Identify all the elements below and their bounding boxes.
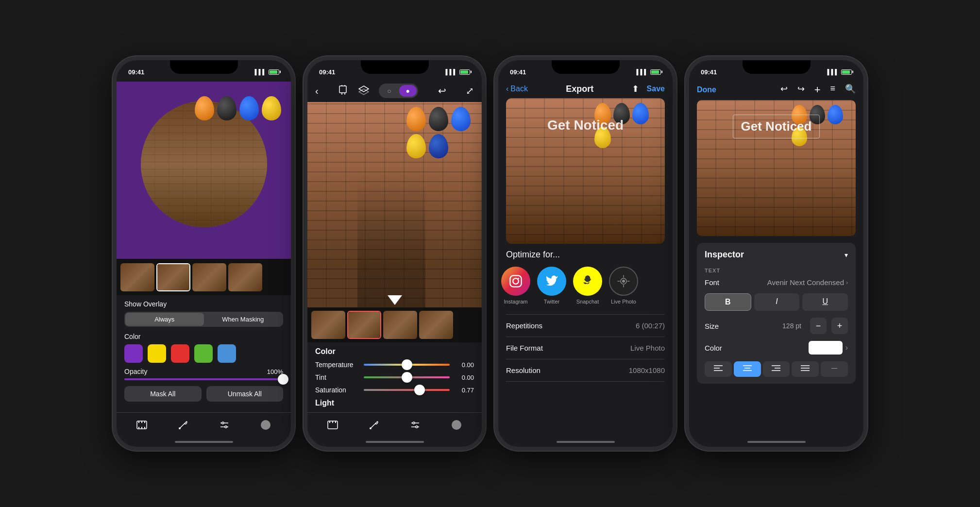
home-line-3 (557, 441, 615, 443)
balloon2-yellow (406, 134, 426, 158)
align-right-btn[interactable] (763, 361, 790, 377)
size-increase-btn[interactable]: + (831, 318, 848, 334)
platform-snapchat[interactable]: Snapchat (573, 267, 602, 304)
film-thumb-4[interactable] (228, 263, 262, 291)
swatch-yellow[interactable] (148, 344, 166, 363)
toggle-off-2[interactable]: ○ (380, 85, 398, 97)
home-line-4 (747, 441, 806, 443)
film-thumb-2-active[interactable] (156, 263, 190, 291)
file-format-key: File Format (506, 344, 543, 352)
font-chevron: › (846, 279, 848, 286)
undo-icon-4[interactable]: ↩ (780, 84, 788, 96)
opacity-slider[interactable] (124, 378, 283, 380)
align-justify-btn[interactable] (792, 361, 819, 377)
align-center-btn[interactable] (734, 361, 761, 377)
when-masking-btn[interactable]: When Masking (204, 313, 283, 326)
battery-icon-4 (841, 69, 852, 75)
top-bar-icons-2: ○ ● (338, 84, 418, 98)
layers-icon-2[interactable] (358, 84, 369, 98)
film-thumb-3[interactable] (192, 263, 226, 291)
saturation-slider[interactable] (364, 389, 450, 391)
platform-twitter[interactable]: Twitter (537, 267, 566, 304)
add-icon-4[interactable]: + (814, 84, 821, 96)
search-icon-4[interactable]: 🔍 (845, 84, 856, 96)
align-left-btn[interactable] (705, 361, 732, 377)
file-format-row: File Format Live Photo (506, 337, 665, 359)
svg-rect-3 (144, 421, 145, 423)
saturation-row: Saturation 0.77 (315, 386, 474, 394)
mask-all-btn[interactable]: Mask All (124, 386, 202, 402)
film-icon-2[interactable] (325, 418, 340, 432)
balloon-blue (239, 96, 259, 120)
svg-point-11 (225, 426, 227, 428)
save-btn-3[interactable]: Save (647, 84, 665, 93)
tint-slider[interactable] (364, 376, 450, 378)
film-thumb-1[interactable] (120, 263, 154, 291)
status-time-1: 09:41 (128, 68, 144, 76)
unmask-all-btn[interactable]: Unmask All (206, 386, 284, 402)
swatch-blue[interactable] (218, 344, 236, 363)
temperature-thumb[interactable] (402, 359, 412, 370)
redo-icon-4[interactable]: ↪ (797, 84, 805, 96)
repetitions-val: 6 (00:27) (636, 321, 665, 330)
status-icons-4: ▌▌▌ (828, 69, 852, 75)
phone2-filmstrip (307, 307, 482, 342)
swatch-green[interactable] (194, 344, 213, 363)
phone1-controls: Show Overlay Always When Masking Color (117, 295, 291, 412)
list-icon-4[interactable]: ≡ (830, 84, 835, 96)
film-thumb-p2-1[interactable] (311, 311, 345, 339)
home-indicator-2 (307, 437, 482, 447)
inspector-chevron[interactable]: ▾ (845, 251, 848, 259)
font-value[interactable]: Avenir Next Condensed › (767, 278, 848, 287)
align-more-btn[interactable]: — (821, 361, 848, 377)
color-section-1: Color (124, 333, 283, 363)
resolution-val: 1080x1080 (629, 366, 665, 374)
brush-icon-1[interactable] (176, 418, 190, 432)
tint-thumb[interactable] (402, 372, 412, 383)
brush-icon-2[interactable] (367, 418, 381, 432)
phone3-nav: ‹ Back Export ⬆ Save (498, 82, 673, 98)
temperature-slider[interactable] (364, 364, 450, 366)
film-thumb-p2-2-active[interactable] (347, 311, 381, 339)
underline-btn[interactable]: U (802, 293, 848, 311)
size-label: Size (705, 322, 719, 330)
color-preview[interactable] (809, 341, 843, 355)
saturation-thumb[interactable] (414, 385, 425, 395)
svg-point-24 (416, 426, 418, 428)
circle-icon-1[interactable] (258, 418, 273, 432)
platform-livephoto[interactable]: Live Photo (609, 267, 638, 304)
balloon2-black (429, 107, 448, 131)
opacity-slider-thumb[interactable] (278, 374, 288, 385)
text-box-4[interactable]: Get Noticed (733, 115, 820, 138)
export-title: Export (566, 84, 593, 94)
crop-icon-2[interactable] (338, 84, 349, 98)
twitter-label: Twitter (544, 299, 559, 304)
bold-btn[interactable]: B (705, 293, 751, 311)
always-btn[interactable]: Always (125, 313, 204, 326)
size-value: 128 pt (782, 322, 801, 330)
done-btn-4[interactable]: Done (697, 85, 716, 94)
back-btn-3[interactable]: ‹ Back (506, 84, 528, 93)
italic-btn[interactable]: I (754, 293, 800, 311)
share-icon-3[interactable]: ⬆ (632, 84, 639, 94)
film-thumb-p2-4[interactable] (419, 311, 453, 339)
toggle-on-2[interactable]: ● (399, 85, 417, 97)
back-arrow-icon-2[interactable]: ‹ (315, 85, 319, 97)
film-thumb-p2-3[interactable] (383, 311, 417, 339)
film-icon-1[interactable] (135, 418, 149, 432)
platform-instagram[interactable]: Instagram (501, 267, 530, 304)
undo-icon-2[interactable]: ↩ (438, 85, 446, 97)
livephoto-label: Live Photo (611, 299, 636, 304)
svg-rect-19 (335, 421, 336, 423)
phone-1: 09:41 ▌▌▌ (113, 56, 295, 451)
size-decrease-btn[interactable]: − (810, 318, 827, 334)
toggle-switch-2[interactable]: ○ ● (379, 84, 418, 98)
swatch-purple[interactable] (124, 344, 143, 363)
light-label: Light (315, 399, 474, 407)
swatch-red[interactable] (171, 344, 189, 363)
expand-icon-2[interactable]: ⤢ (466, 85, 474, 97)
signal-icon-2: ▌▌▌ (446, 69, 457, 75)
sliders-icon-2[interactable] (408, 418, 422, 432)
circle-icon-2[interactable] (449, 418, 464, 432)
sliders-icon-1[interactable] (217, 418, 232, 432)
